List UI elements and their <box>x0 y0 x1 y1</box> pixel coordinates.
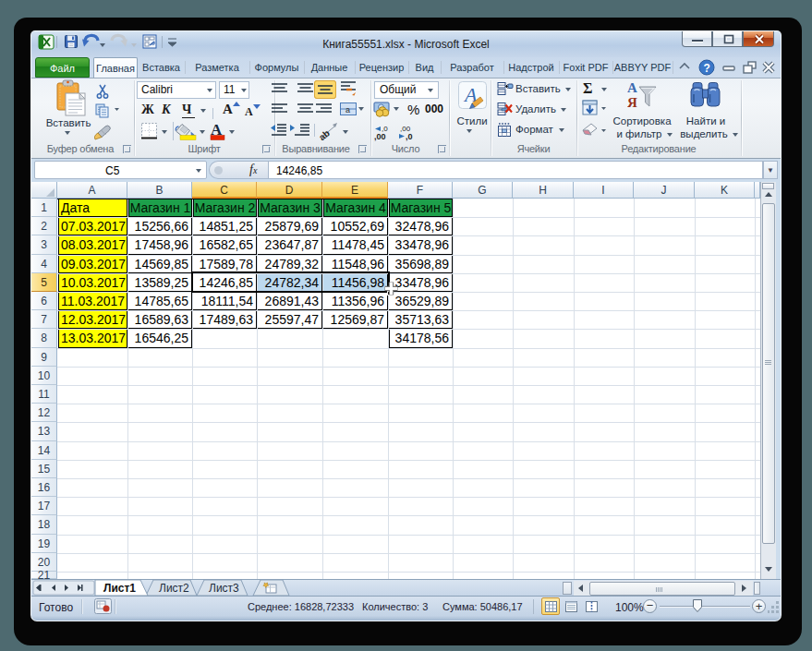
svg-text:,0: ,0 <box>406 132 413 141</box>
svg-text:Я: Я <box>627 95 637 110</box>
svg-text:%: % <box>407 102 419 117</box>
svg-text:Лист2: Лист2 <box>159 582 189 595</box>
svg-text:Лист1: Лист1 <box>103 582 136 595</box>
svg-text:?: ? <box>704 62 710 75</box>
svg-text:Лист3: Лист3 <box>209 582 239 595</box>
svg-text:,00: ,00 <box>374 132 386 141</box>
svg-text:a: a <box>345 105 350 115</box>
svg-text:А: А <box>627 80 637 95</box>
svg-text:000: 000 <box>425 102 443 115</box>
